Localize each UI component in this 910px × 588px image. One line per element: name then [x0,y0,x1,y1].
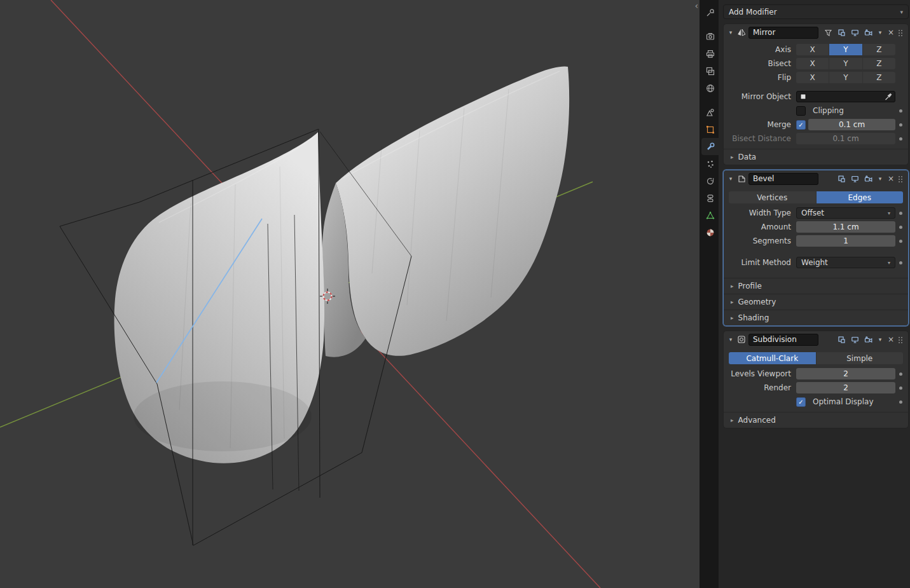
bisect-distance-field: 0.1 cm [796,133,895,144]
shading-subpanel-header[interactable]: ▸ Shading [724,310,908,325]
width-type-row: Width Type Offset ▾ [724,206,908,220]
optimal-display-label[interactable]: Optimal Display [813,397,874,406]
drag-handle[interactable] [898,175,905,182]
subdivision-type-segmented-control: Catmull-Clark Simple [729,352,903,364]
modifier-name-field[interactable]: Mirror [748,27,818,39]
merge-threshold-field[interactable]: 0.1 cm [808,119,895,130]
animate-property-dot[interactable] [899,240,902,243]
animate-property-dot[interactable] [899,212,902,215]
modifier-extras-menu[interactable]: ▾ [876,175,885,182]
tab-physics[interactable] [701,172,719,189]
render-display-toggle[interactable] [862,334,874,345]
tool-icon [705,8,715,18]
tab-particles[interactable] [701,155,719,172]
expand-chevron-icon[interactable]: ▾ [727,336,734,343]
axis-row: Axis X Y Z [724,43,908,57]
eyedropper-icon[interactable] [884,93,892,101]
profile-subpanel-header[interactable]: ▸ Profile [724,278,908,294]
tab-view-layer[interactable] [701,62,719,79]
modifier-name-field[interactable]: Subdivision [748,334,818,346]
advanced-subpanel-header[interactable]: ▸ Advanced [724,412,908,428]
affect-edges-button[interactable]: Edges [817,191,904,203]
amount-field[interactable]: 1.1 cm [796,221,895,233]
render-display-toggle[interactable] [862,27,874,38]
edit-mode-display-toggle[interactable] [836,27,847,38]
chevron-right-icon: ▸ [731,299,734,305]
vertex-group-filter-icon[interactable] [822,27,834,38]
realtime-display-toggle[interactable] [849,334,860,345]
bisect-y-button[interactable]: Y [829,58,862,69]
segments-field[interactable]: 1 [796,235,895,247]
tab-constraints[interactable] [701,189,719,207]
flip-x-button[interactable]: X [796,72,829,83]
mirror-modifier-header[interactable]: ▾ Mirror ▾ × [724,24,908,41]
animate-property-dot[interactable] [899,109,902,113]
expand-chevron-icon[interactable]: ▾ [727,29,734,36]
catmull-clark-button[interactable]: Catmull-Clark [729,352,816,364]
animate-property-dot[interactable] [899,226,902,229]
add-modifier-dropdown[interactable]: Add Modifier ▾ [723,4,909,19]
tab-output[interactable] [701,45,719,62]
animate-property-dot[interactable] [899,386,902,390]
limit-method-dropdown[interactable]: Weight ▾ [796,257,895,268]
animate-property-dot[interactable] [899,373,902,376]
clipping-row: Clipping [724,104,908,118]
flip-z-button[interactable]: Z [863,72,895,83]
expand-chevron-icon[interactable]: ▾ [727,175,734,182]
width-type-dropdown[interactable]: Offset ▾ [796,207,895,219]
geometry-subpanel-label: Geometry [738,297,776,306]
tab-scene[interactable] [701,104,719,121]
flip-y-button[interactable]: Y [829,72,862,83]
levels-viewport-label: Levels Viewport [724,369,791,378]
bisect-z-button[interactable]: Z [863,58,895,69]
flip-row: Flip X Y Z [724,71,908,85]
axis-x-button[interactable]: X [796,44,829,55]
clipping-checkbox[interactable] [796,106,806,116]
bevel-modifier-icon [736,174,747,184]
levels-viewport-field[interactable]: 2 [796,368,895,379]
edit-mode-display-toggle[interactable] [836,174,847,184]
clipping-label[interactable]: Clipping [813,106,844,115]
tab-object-data[interactable] [701,207,719,224]
animate-property-dot[interactable] [899,400,902,404]
delete-modifier-button[interactable]: × [886,335,895,344]
tab-object[interactable] [701,121,719,138]
animate-property-dot[interactable] [899,261,902,264]
scene-properties-icon [705,107,715,118]
bevel-modifier-header[interactable]: ▾ Bevel ▾ × [724,170,908,187]
animate-property-dot[interactable] [899,137,902,140]
animate-property-dot[interactable] [899,123,902,126]
3d-viewport[interactable]: ‹ [0,0,700,588]
subdivision-modifier-header[interactable]: ▾ Subdivision ▾ × [724,331,908,348]
bevel-modifier-body: Vertices Edges Width Type Offset ▾ Amoun… [724,187,908,278]
realtime-display-toggle[interactable] [849,174,860,184]
modifier-name-field[interactable]: Bevel [748,173,818,185]
simple-button[interactable]: Simple [817,352,904,364]
modifier-extras-menu[interactable]: ▾ [876,336,885,343]
render-levels-field[interactable]: 2 [796,382,895,393]
mirror-object-field[interactable] [796,91,895,102]
tab-tool[interactable] [701,4,719,21]
tab-render[interactable] [701,28,719,45]
realtime-display-toggle[interactable] [849,27,860,38]
edit-mode-display-toggle[interactable] [836,334,847,345]
axis-y-button[interactable]: Y [829,44,862,55]
merge-checkbox[interactable]: ✓ [796,120,806,130]
data-subpanel-header[interactable]: ▸ Data [724,149,908,165]
delete-modifier-button[interactable]: × [886,174,895,183]
viewport-background [0,0,700,588]
drag-handle[interactable] [898,336,905,343]
geometry-subpanel-header[interactable]: ▸ Geometry [724,294,908,310]
optimal-display-checkbox[interactable]: ✓ [796,397,806,407]
drag-handle[interactable] [898,29,905,36]
render-display-toggle[interactable] [862,174,874,184]
region-collapse-arrow[interactable]: ‹ [694,1,698,10]
axis-z-button[interactable]: Z [863,44,895,55]
tab-material[interactable] [701,224,719,241]
modifier-extras-menu[interactable]: ▾ [876,29,885,36]
delete-modifier-button[interactable]: × [886,28,895,37]
tab-modifiers[interactable] [701,138,719,155]
bisect-x-button[interactable]: X [796,58,829,69]
affect-vertices-button[interactable]: Vertices [729,191,816,203]
tab-world[interactable] [701,79,719,97]
